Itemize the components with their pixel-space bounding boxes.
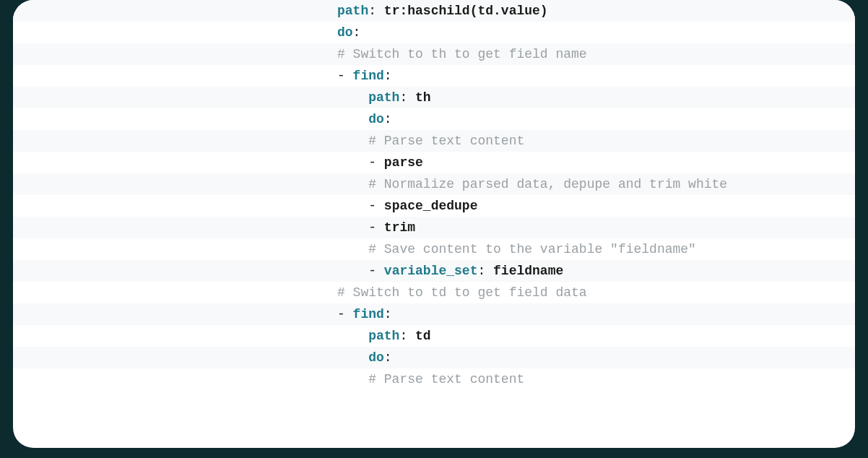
yaml-key: find <box>353 307 384 321</box>
code-line: # Save content to the variable "fieldnam… <box>13 238 855 260</box>
yaml-key: find <box>353 69 384 83</box>
code-line: path: td <box>13 325 855 347</box>
code-line: # Normalize parsed data, depupe and trim… <box>13 173 855 195</box>
colon: : <box>384 69 392 83</box>
code-card: path: tr:haschild(td.value)do:# Switch t… <box>13 0 855 448</box>
code-line: do: <box>13 22 855 43</box>
yaml-key: do <box>368 350 384 365</box>
yaml-value: space_dedupe <box>384 199 478 213</box>
colon: : <box>384 350 392 365</box>
yaml-value: tr:haschild(td.value) <box>384 4 548 18</box>
code-line: - variable_set: fieldname <box>13 260 855 282</box>
yaml-key: do <box>337 25 353 40</box>
yaml-value: trim <box>384 220 415 235</box>
colon: : <box>477 264 493 278</box>
code-line: - trim <box>13 217 855 238</box>
code-line: # Parse text content <box>13 130 855 152</box>
yaml-key: variable_set <box>384 264 478 278</box>
yaml-value: td <box>415 329 431 343</box>
colon: : <box>399 90 415 105</box>
code-line: path: tr:haschild(td.value) <box>13 0 855 22</box>
yaml-dash: - <box>368 220 384 235</box>
colon: : <box>384 307 392 321</box>
yaml-dash: - <box>368 155 384 170</box>
yaml-comment: # Parse text content <box>368 372 524 386</box>
yaml-key: do <box>368 112 384 126</box>
yaml-key: path <box>337 4 368 18</box>
yaml-comment: # Parse text content <box>368 134 524 148</box>
code-line: - parse <box>13 152 855 173</box>
yaml-value: fieldname <box>493 264 563 278</box>
yaml-key: path <box>368 329 399 343</box>
yaml-dash: - <box>337 69 353 83</box>
code-line: path: th <box>13 87 855 108</box>
code-block: path: tr:haschild(td.value)do:# Switch t… <box>13 0 855 390</box>
yaml-comment: # Normalize parsed data, depupe and trim… <box>368 177 727 191</box>
code-line: # Parse text content <box>13 368 855 390</box>
colon: : <box>368 4 384 18</box>
yaml-dash: - <box>368 199 384 213</box>
yaml-comment: # Switch to td to get field data <box>337 285 587 300</box>
code-line: # Switch to th to get field name <box>13 43 855 65</box>
code-line: do: <box>13 108 855 130</box>
colon: : <box>399 329 415 343</box>
code-line: - find: <box>13 65 855 87</box>
yaml-comment: # Save content to the variable "fieldnam… <box>368 242 696 256</box>
code-line: do: <box>13 347 855 368</box>
code-line: - find: <box>13 303 855 325</box>
yaml-key: path <box>368 90 399 105</box>
yaml-value: parse <box>384 155 423 170</box>
yaml-dash: - <box>337 307 353 321</box>
yaml-value: th <box>415 90 431 105</box>
code-line: # Switch to td to get field data <box>13 282 855 303</box>
yaml-comment: # Switch to th to get field name <box>337 47 587 61</box>
colon: : <box>384 112 392 126</box>
colon: : <box>353 25 361 40</box>
yaml-dash: - <box>368 264 384 278</box>
code-line: - space_dedupe <box>13 195 855 217</box>
